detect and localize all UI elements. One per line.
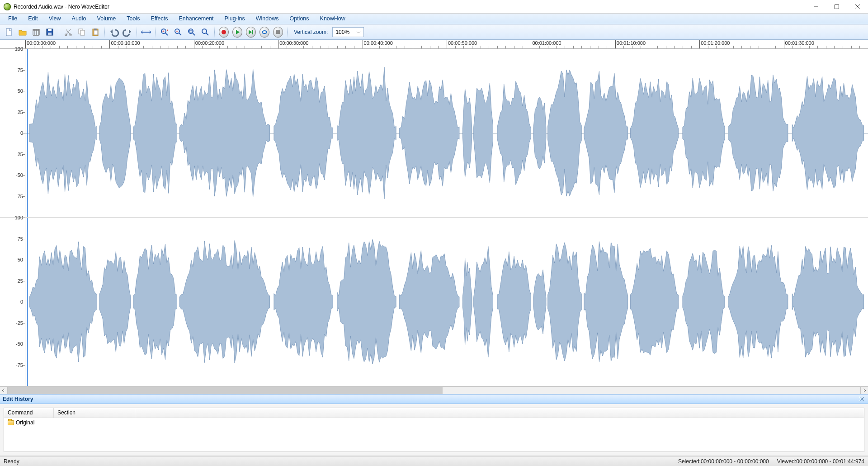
undo-button[interactable] xyxy=(108,26,120,38)
menu-plugins[interactable]: Plug-ins xyxy=(219,14,250,24)
stop-button[interactable] xyxy=(272,26,284,38)
col-section[interactable]: Section xyxy=(54,408,135,418)
chevron-left-icon xyxy=(2,389,5,392)
ruler-tick-minor xyxy=(405,46,405,48)
ruler-tick-minor xyxy=(641,46,641,48)
new-file-button[interactable] xyxy=(3,26,15,38)
waveform-segment xyxy=(683,250,725,354)
maximize-button[interactable] xyxy=(826,0,847,14)
ruler-tick-minor xyxy=(413,46,413,48)
close-button[interactable] xyxy=(847,0,868,14)
playhead[interactable] xyxy=(27,49,28,217)
y-tick-label: 25 xyxy=(1,278,23,284)
ruler-tick-minor xyxy=(759,46,759,48)
zoom-in-button[interactable]: + xyxy=(158,26,171,38)
menu-view[interactable]: View xyxy=(43,14,66,24)
paste-button[interactable] xyxy=(89,26,102,38)
menu-enhancement[interactable]: Enhancement xyxy=(173,14,219,24)
waveform-segment xyxy=(548,70,582,196)
y-tick-label: -25 xyxy=(1,320,23,326)
wave-canvas[interactable] xyxy=(25,49,868,217)
loop-button[interactable] xyxy=(258,26,271,38)
window-title: Recorded Audio.wav - Nero WaveEditor xyxy=(14,4,109,10)
menu-knowhow[interactable]: KnowHow xyxy=(315,14,351,24)
vertical-zoom-label: Vertical zoom: xyxy=(294,29,328,35)
redo-icon xyxy=(123,28,132,37)
edit-history-table: Command Section Original xyxy=(4,408,864,452)
record-button[interactable] xyxy=(217,26,230,38)
menu-audio[interactable]: Audio xyxy=(66,14,92,24)
ruler-tick-major xyxy=(25,40,26,48)
ruler-tick-minor xyxy=(101,46,102,48)
vertical-zoom-value: 100% xyxy=(335,29,349,35)
ruler-tick-minor xyxy=(396,46,396,48)
ruler-tick-minor xyxy=(337,46,338,48)
redo-button[interactable] xyxy=(121,26,134,38)
waveform-segment xyxy=(584,242,628,362)
wave-canvas[interactable] xyxy=(25,218,868,386)
ruler-tick-minor xyxy=(287,46,287,48)
zoom-selection-button[interactable] xyxy=(185,26,198,38)
ruler-tick-label: 00:01:20:000 xyxy=(701,40,730,46)
play-selection-icon xyxy=(248,29,254,35)
table-row[interactable]: Original xyxy=(4,418,864,427)
waveform-segment xyxy=(29,242,97,362)
y-tick-label: 75 xyxy=(1,67,23,73)
edit-history-header: Edit History xyxy=(0,394,868,404)
vertical-zoom-select[interactable]: 100% xyxy=(332,27,364,37)
ruler-tick-minor xyxy=(42,46,42,48)
menu-volume[interactable]: Volume xyxy=(92,14,122,24)
ruler-tick-minor xyxy=(775,46,776,48)
ruler-tick-minor xyxy=(312,46,312,48)
status-viewed: Viewed:00:00:00:000 - 00:01:44:974 xyxy=(777,458,864,465)
horizontal-scrollbar[interactable] xyxy=(0,386,868,394)
menu-edit[interactable]: Edit xyxy=(23,14,43,24)
playhead[interactable] xyxy=(27,218,28,386)
open-file-button[interactable] xyxy=(16,26,29,38)
channels-container: 1007550250-25-50-751007550250-25-50-75 xyxy=(0,49,868,386)
menu-file[interactable]: File xyxy=(3,14,23,24)
scroll-left-button[interactable] xyxy=(0,387,8,394)
zoom-out-button[interactable]: − xyxy=(172,26,184,38)
minimize-button[interactable] xyxy=(806,0,826,14)
zoom-full-button[interactable] xyxy=(199,26,212,38)
select-all-button[interactable] xyxy=(140,26,152,38)
library-button[interactable] xyxy=(30,26,42,38)
ruler-tick-label: 00:00:00:000 xyxy=(27,40,56,46)
ruler-tick-minor xyxy=(345,46,346,48)
ruler-tick-minor xyxy=(590,46,590,48)
ruler-tick-major xyxy=(699,40,700,48)
svg-text:−: − xyxy=(176,29,178,33)
ruler-tick-minor xyxy=(817,46,818,48)
waveform-segment xyxy=(792,76,863,190)
menu-effects[interactable]: Effects xyxy=(145,14,173,24)
ruler-tick-major xyxy=(363,40,363,48)
y-tick-label: 0 xyxy=(1,130,23,136)
ruler-tick-label: 00:01:00:000 xyxy=(532,40,561,46)
scrollbar-track[interactable] xyxy=(8,387,860,394)
ruler-tick-minor xyxy=(152,46,152,48)
menu-options[interactable]: Options xyxy=(284,14,314,24)
scroll-right-button[interactable] xyxy=(860,387,868,394)
play-button[interactable] xyxy=(231,26,244,38)
ruler-tick-minor xyxy=(851,46,852,48)
y-tick xyxy=(23,323,25,323)
ruler-tick-minor xyxy=(354,46,354,48)
col-command[interactable]: Command xyxy=(4,408,54,418)
scrollbar-thumb[interactable] xyxy=(8,387,443,394)
app-icon xyxy=(4,3,11,10)
undo-icon xyxy=(109,28,119,37)
copy-button[interactable] xyxy=(75,26,88,38)
cut-button[interactable] xyxy=(62,26,75,38)
y-tick xyxy=(23,175,25,176)
save-button[interactable] xyxy=(43,26,56,38)
svg-text:+: + xyxy=(162,29,165,33)
y-tick-label: 100 xyxy=(1,215,23,220)
menu-tools[interactable]: Tools xyxy=(121,14,145,24)
menu-windows[interactable]: Windows xyxy=(250,14,284,24)
time-ruler[interactable]: 00:00:00:00000:00:10:00000:00:20:00000:0… xyxy=(25,40,868,48)
panel-close-button[interactable] xyxy=(858,395,865,403)
y-tick-label: 100 xyxy=(1,46,23,52)
play-selection-button[interactable] xyxy=(245,26,257,38)
channel-right: 1007550250-25-50-75 xyxy=(0,218,868,386)
